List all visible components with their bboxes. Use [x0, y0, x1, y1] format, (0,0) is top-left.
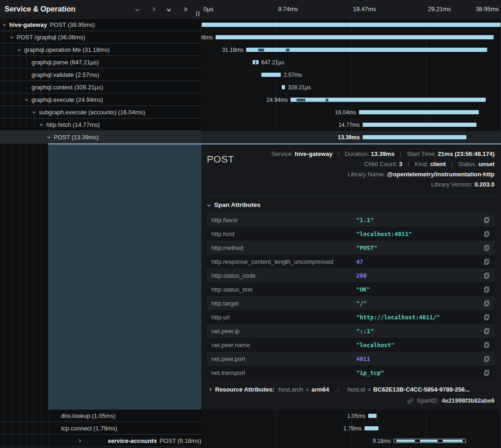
copy-button[interactable] — [482, 328, 490, 335]
tree-row-post-graphql[interactable]: POST /graphql (36.06ms) — [0, 31, 201, 44]
tree-row-tcp-connect[interactable]: tcp.connect (1.79ms) — [0, 422, 201, 435]
copy-button[interactable] — [482, 369, 490, 376]
chevron-down-icon[interactable] — [46, 137, 51, 138]
meta-label: Child Count: — [364, 161, 397, 168]
ruler-tick: 29.21ms — [428, 6, 451, 12]
chevron-down-icon[interactable] — [17, 49, 21, 50]
duration-label: 24.94ms — [266, 97, 288, 103]
copy-button[interactable] — [482, 355, 490, 362]
meta-value: hive-gateway — [295, 150, 333, 157]
copy-button[interactable] — [482, 230, 490, 237]
timeline-row[interactable]: 24.94ms — [201, 93, 501, 106]
timeline-ruler: 0µs 9.74ms 19.47ms 29.21ms 38.95ms — [201, 0, 501, 19]
attribute-value: "POST" — [356, 244, 482, 251]
attribute-row: http.status_text"OK" — [207, 282, 495, 296]
span-id-row: SpanID: 4e21998f3b82abe6 — [207, 397, 495, 404]
span-label: graphql.validate (2.57ms) — [31, 71, 99, 78]
resource-attributes-toggle[interactable]: Resource Attributes: host.arch=arm64 | h… — [209, 386, 495, 393]
timeline-row[interactable]: 1.05ms — [201, 410, 501, 422]
span-bar[interactable] — [282, 85, 285, 89]
double-chevron-right-icon[interactable] — [181, 6, 188, 13]
tree-row-graphql-validate[interactable]: graphql.validate (2.57ms) — [0, 68, 201, 81]
span-bar[interactable] — [368, 414, 377, 418]
tree-row-post-selected[interactable]: POST (13.39ms) — [0, 131, 201, 143]
timeline-panel: 0µs 9.74ms 19.47ms 29.21ms 38.95ms 36.06… — [201, 0, 501, 448]
timeline-row[interactable]: 16.04ms — [201, 106, 501, 118]
attribute-key: net.peer.name — [211, 342, 356, 348]
chevron-down-icon[interactable] — [2, 24, 6, 25]
timeline-row[interactable]: 647.21µs — [201, 56, 501, 68]
attribute-key: http.method — [211, 244, 356, 251]
tree-row-graphql-context[interactable]: graphql.context (328.21µs) — [0, 81, 201, 93]
tree-row-service-accounts[interactable]: service-accounts POST (9.18ms) — [0, 435, 201, 447]
span-bar[interactable] — [394, 439, 466, 443]
timeline-row-selected[interactable]: 13.39ms — [201, 131, 501, 143]
link-icon[interactable] — [407, 398, 414, 404]
panel-resize-handle[interactable] — [196, 11, 199, 16]
span-bar[interactable] — [363, 123, 477, 127]
attribute-key: http.host — [211, 230, 356, 237]
duration-label: 31.18ms — [222, 47, 243, 53]
divider — [207, 196, 495, 196]
span-bar[interactable] — [216, 35, 494, 39]
copy-button[interactable] — [482, 217, 490, 224]
meta-value: client — [430, 161, 446, 168]
timeline-row[interactable]: 9.18ms — [201, 435, 501, 447]
chevron-down-icon[interactable] — [134, 6, 141, 13]
copy-button[interactable] — [482, 244, 490, 251]
span-bar[interactable] — [202, 23, 500, 27]
span-tree: hive-gateway POST (38.95ms) POST /graphq… — [0, 19, 201, 448]
timeline-row[interactable]: 2.57ms — [201, 68, 501, 81]
meta-value: unset — [478, 161, 495, 168]
timeline-row[interactable]: 328.21µs — [201, 81, 501, 93]
attribute-row: net.transport"ip_tcp" — [207, 366, 495, 380]
copy-button[interactable] — [482, 272, 490, 279]
copy-button[interactable] — [482, 286, 490, 293]
tree-row-http-fetch[interactable]: http.fetch (14.77ms) — [0, 118, 201, 131]
double-chevron-down-icon[interactable] — [165, 6, 173, 13]
chevron-down-icon[interactable] — [39, 124, 43, 125]
span-bar[interactable] — [261, 73, 281, 77]
copy-button[interactable] — [482, 258, 490, 265]
tree-row-graphql-execute[interactable]: graphql.execute (24.94ms) — [0, 93, 201, 106]
timeline-row[interactable]: 1.79ms — [201, 422, 501, 435]
copy-button[interactable] — [482, 342, 490, 348]
tree-row-subgraph-execute[interactable]: subgraph.execute (accounts) (16.04ms) — [0, 106, 201, 118]
trace-viewer: Service & Operation hive-gateway POST (3… — [0, 0, 501, 448]
timeline-row[interactable]: 36.06ms — [201, 31, 501, 44]
attribute-row: net.peer.port4011 — [207, 352, 495, 366]
duration-label: 1.05ms — [347, 413, 365, 419]
span-bar[interactable] — [246, 48, 487, 52]
attribute-row: http.status_code200 — [207, 268, 495, 282]
tree-row-hive-gateway[interactable]: hive-gateway POST (38.95ms) — [0, 19, 201, 31]
chevron-down-icon[interactable] — [31, 112, 36, 113]
attribute-row: http.response_content_length_uncompresse… — [207, 255, 495, 268]
copy-button[interactable] — [482, 300, 490, 307]
meta-label: Duration: — [345, 150, 369, 157]
span-attributes-toggle[interactable]: Span Attributes — [208, 201, 495, 208]
chevron-down-icon[interactable] — [24, 99, 29, 100]
timeline-row[interactable] — [201, 19, 501, 31]
span-label: dns.lookup (1.05ms) — [61, 412, 116, 419]
span-bar[interactable] — [363, 135, 467, 139]
span-bar[interactable] — [365, 426, 378, 430]
timeline-row[interactable]: 14.77ms — [201, 118, 501, 131]
chevron-down-icon[interactable] — [9, 37, 14, 38]
service-name: service-accounts — [108, 437, 157, 444]
span-id-value: 4e21998f3b82abe6 — [442, 397, 495, 404]
span-bar[interactable] — [291, 98, 486, 102]
chevron-right-icon[interactable] — [149, 6, 157, 13]
tree-row-dns-lookup[interactable]: dns.lookup (1.05ms) — [0, 410, 201, 422]
span-bar[interactable] — [359, 110, 479, 114]
duration-label: 1.79ms — [343, 425, 361, 432]
timeline-row[interactable]: 31.18ms — [201, 44, 501, 56]
copy-button[interactable] — [482, 314, 490, 321]
tree-row-graphql-operation[interactable]: graphql.operation Me (31.18ms) — [0, 44, 201, 56]
chevron-right-icon[interactable] — [54, 440, 105, 442]
meta-label: Library Name: — [347, 171, 385, 178]
section-title: Resource Attributes: — [215, 386, 274, 393]
meta-label: Library Version: — [431, 181, 473, 188]
ruler-tick: 38.95ms — [476, 6, 499, 12]
span-bar[interactable] — [253, 60, 258, 64]
tree-row-graphql-parse[interactable]: graphql.parse (647.21µs) — [0, 56, 201, 68]
